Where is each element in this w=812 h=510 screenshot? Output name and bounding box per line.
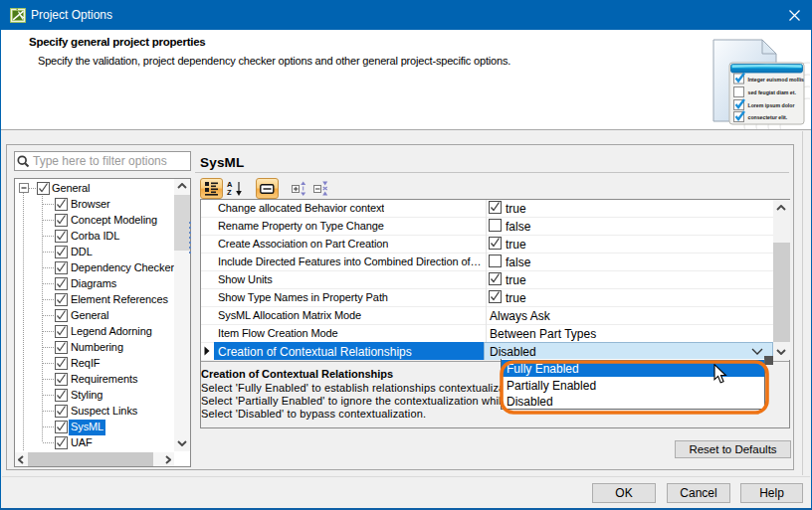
svg-text:Integer euismod mollis: Integer euismod mollis [748, 77, 805, 83]
svg-text:Lorem ipsum dolor: Lorem ipsum dolor [748, 102, 795, 108]
svg-text:consectetur elit.: consectetur elit. [748, 114, 788, 120]
svg-text:sed feugiat diam et.: sed feugiat diam et. [748, 89, 797, 95]
